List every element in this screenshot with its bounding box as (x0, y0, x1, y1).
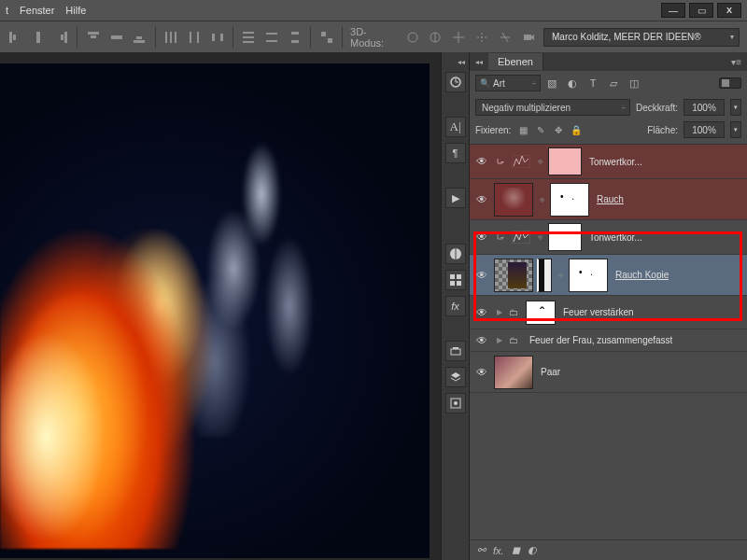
layer-name[interactable]: Rauch Kopie (615, 270, 669, 280)
menu-item-truncated[interactable]: t (6, 5, 8, 16)
layer-row[interactable]: 👁 ▶ 🗀 Feuer verstärken (470, 296, 747, 329)
align-top-icon[interactable] (85, 29, 101, 46)
minimize-button[interactable]: — (661, 3, 685, 18)
lock-row: Fixieren: ▦ ✎ ✥ 🔒 Fläche: 100% ▾ (470, 119, 747, 145)
lock-transparency-icon[interactable]: ▦ (516, 123, 529, 136)
layer-row[interactable]: 👁 ▶ 🗀 Feuer der Frau, zusammengefasst (470, 329, 747, 352)
panel-menu-icon[interactable]: ▾≡ (726, 57, 747, 67)
slide-icon[interactable] (474, 29, 490, 46)
filter-kind-dropdown[interactable]: Art (475, 75, 541, 91)
fx-icon[interactable]: fx. (493, 545, 504, 556)
distribute-v3-icon[interactable] (288, 29, 303, 46)
blend-mode-dropdown[interactable]: Negativ multiplizieren (475, 99, 630, 116)
expand-arrow-icon[interactable]: ◂◂ (458, 58, 469, 66)
layer-mask-thumb[interactable] (526, 301, 556, 325)
link-icon[interactable]: ⎆ (535, 232, 544, 242)
layer-thumb-extra[interactable] (537, 259, 552, 292)
adjustment-icon[interactable]: ◐ (528, 544, 537, 556)
layer-row[interactable]: 👁 Paar (470, 352, 747, 393)
fx-panel-icon[interactable]: fx (445, 296, 466, 316)
link-icon[interactable]: ⎆ (556, 271, 565, 280)
paragraph-panel-icon[interactable]: ¶ (445, 143, 466, 163)
layer-thumb[interactable] (494, 183, 533, 217)
close-button[interactable]: X (717, 3, 741, 18)
tab-ebenen[interactable]: Ebenen (488, 53, 543, 70)
visibility-icon[interactable]: 👁 (473, 269, 490, 282)
layer-thumb[interactable] (494, 259, 533, 292)
distribute-h3-icon[interactable] (209, 29, 225, 46)
align-right-icon[interactable] (54, 29, 70, 46)
link-icon[interactable]: ⎆ (535, 157, 544, 166)
layer-name[interactable]: Rauch (597, 194, 624, 204)
fill-value[interactable]: 100% (684, 121, 725, 138)
lock-all-icon[interactable]: 🔒 (570, 123, 583, 136)
mask-icon[interactable]: ◼ (512, 544, 520, 556)
filter-toggle[interactable] (719, 77, 741, 89)
layer-mask-thumb[interactable] (569, 259, 608, 292)
lock-pixels-icon[interactable]: ✎ (534, 123, 547, 136)
camera-icon[interactable] (520, 29, 536, 46)
distribute-v-icon[interactable] (241, 29, 257, 46)
auto-align-icon[interactable] (318, 29, 334, 46)
visibility-icon[interactable]: 👁 (473, 193, 490, 206)
swatches-panel-icon[interactable] (445, 244, 466, 264)
visibility-icon[interactable]: 👁 (473, 334, 490, 347)
align-center-h-icon[interactable] (31, 29, 47, 46)
user-dropdown[interactable]: Marco Kolditz, MEER DER IDEEN® (543, 28, 740, 47)
menu-item-hilfe[interactable]: Hilfe (65, 5, 86, 16)
fill-arrow[interactable]: ▾ (730, 121, 741, 138)
character-panel-icon[interactable]: A| (445, 117, 466, 137)
align-center-v-icon[interactable] (108, 29, 124, 46)
orbit-icon[interactable] (404, 29, 420, 46)
adjustments-panel-icon[interactable] (445, 341, 466, 361)
distribute-h2-icon[interactable] (186, 29, 202, 46)
link-layers-icon[interactable]: ⚯ (477, 544, 486, 556)
link-icon[interactable]: ⎆ (537, 195, 546, 204)
layer-row[interactable]: 👁 ⎆ Tonwertkor... (470, 220, 747, 255)
layer-mask-thumb[interactable] (550, 183, 589, 217)
channels-panel-icon[interactable] (445, 393, 466, 413)
histogram-panel-icon[interactable] (445, 72, 466, 92)
play-panel-icon[interactable]: ▶ (445, 188, 466, 208)
layer-name[interactable]: Feuer der Frau, zusammengefasst (529, 335, 672, 345)
visibility-icon[interactable]: 👁 (473, 366, 490, 379)
layers-panel-icon[interactable] (445, 367, 466, 387)
distribute-v2-icon[interactable] (264, 29, 280, 46)
layer-name[interactable]: Tonwertkor... (589, 232, 642, 243)
pan-icon[interactable] (451, 29, 467, 46)
opacity-arrow[interactable]: ▾ (730, 99, 741, 116)
styles-panel-icon[interactable] (445, 270, 466, 290)
layer-name[interactable]: Feuer verstärken (563, 307, 634, 317)
layer-row[interactable]: 👁 ⎆ Rauch (470, 179, 747, 220)
opacity-value[interactable]: 100% (684, 99, 725, 116)
filter-shape-icon[interactable]: ▱ (606, 76, 621, 91)
filter-smart-icon[interactable]: ◫ (627, 76, 641, 91)
layer-name[interactable]: Tonwertkor... (589, 157, 642, 167)
distribute-h-icon[interactable] (163, 29, 179, 46)
lock-position-icon[interactable]: ✥ (552, 123, 565, 136)
collapse-arrow-icon[interactable]: ◂◂ (470, 58, 488, 66)
align-bottom-icon[interactable] (132, 29, 148, 46)
maximize-button[interactable]: ▭ (689, 3, 713, 18)
visibility-icon[interactable]: 👁 (473, 231, 490, 244)
layer-mask-thumb[interactable] (548, 223, 582, 251)
fill-label: Fläche: (647, 125, 678, 135)
visibility-icon[interactable]: 👁 (473, 306, 490, 319)
layer-thumb[interactable] (494, 356, 533, 389)
layer-row[interactable]: 👁 ⎆ Tonwertkor... (470, 145, 747, 179)
layer-mask-thumb[interactable] (548, 147, 582, 175)
layer-row[interactable]: 👁 ⎆ Rauch Kopie (470, 255, 747, 296)
filter-adjustment-icon[interactable]: ◐ (565, 76, 580, 91)
svg-point-2 (408, 33, 417, 42)
layer-name[interactable]: Paar (541, 367, 560, 377)
zoom-icon[interactable] (497, 29, 513, 46)
menu-item-fenster[interactable]: Fenster (20, 5, 54, 16)
disclosure-icon[interactable]: ▶ (494, 308, 505, 316)
filter-pixel-icon[interactable]: ▧ (544, 76, 559, 91)
align-left-icon[interactable] (7, 29, 23, 46)
disclosure-icon[interactable]: ▶ (494, 336, 505, 344)
filter-type-icon[interactable]: T (585, 76, 600, 91)
roll-icon[interactable] (428, 29, 444, 46)
canvas-area[interactable] (0, 52, 441, 560)
visibility-icon[interactable]: 👁 (473, 155, 490, 168)
